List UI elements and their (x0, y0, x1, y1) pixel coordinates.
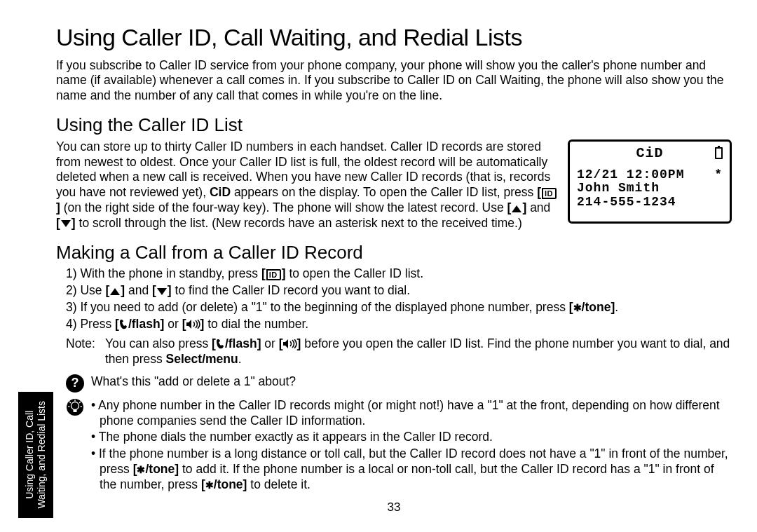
section-heading-caller-id-list: Using the Caller ID List (56, 114, 732, 137)
speaker-key-icon (283, 339, 297, 348)
section-heading-making-call: Making a Call from a Caller ID Record (56, 241, 732, 264)
step-1: 1) With the phone in standby, press [ID]… (66, 266, 732, 282)
star-icon (137, 462, 145, 476)
note-block: Note: You can also press [/flash] or [] … (56, 336, 732, 367)
note-label: Note: (66, 336, 105, 367)
section-tab: Using Caller ID, Call Waiting, and Redia… (18, 392, 53, 518)
cid-display-glyph: CiD (210, 185, 231, 199)
tip-bullet-3: If the phone number is a long distance o… (91, 446, 732, 493)
id-key-icon: ID (542, 188, 557, 199)
lcd-caller-name: John Smith (577, 182, 660, 196)
lightbulb-icon (66, 398, 84, 494)
lcd-caller-number: 214-555-1234 (577, 196, 676, 210)
talk-key-icon (119, 319, 128, 329)
lcd-asterisk: * (714, 168, 723, 182)
talk-key-icon (216, 339, 225, 349)
step-2: 2) Use [] and [] to find the Caller ID r… (66, 283, 732, 299)
down-arrow-icon (61, 220, 71, 227)
up-arrow-icon (512, 205, 521, 212)
tip-bullet-1: Any phone number in the Caller ID record… (91, 398, 732, 429)
page-title: Using Caller ID, Call Waiting, and Redia… (56, 22, 732, 53)
battery-icon (715, 147, 723, 159)
step-4: 4) Press [/flash] or [] to dial the numb… (66, 317, 732, 332)
svg-point-0 (67, 399, 83, 416)
steps-list: 1) With the phone in standby, press [ID]… (56, 266, 732, 332)
tip-bullets: Any phone number in the Caller ID record… (91, 398, 732, 494)
up-arrow-icon (110, 288, 120, 295)
lcd-date: 12/21 (577, 168, 618, 182)
question-icon: ? (66, 374, 84, 393)
info-question: What's this "add or delete a 1" about? (91, 374, 296, 393)
down-arrow-icon (157, 288, 167, 295)
page-number: 33 (56, 500, 732, 514)
intro-paragraph: If you subscribe to Caller ID service fr… (56, 58, 732, 104)
select-menu-key: Select/menu (166, 352, 238, 366)
lcd-time: 12:00PM (627, 168, 685, 182)
star-icon (573, 300, 582, 314)
lcd-screen-illustration: CiD 12/21 12:00PM * John Smith 214-555-1… (568, 139, 732, 224)
step-3: 3) If you need to add (or delete) a "1" … (66, 300, 732, 315)
section-tab-label: Using Caller ID, Call Waiting, and Redia… (24, 401, 48, 509)
lcd-title: CiD (585, 146, 715, 161)
star-icon (205, 477, 214, 491)
section1-body: You can store up to thirty Caller ID num… (56, 139, 558, 231)
svg-rect-2 (74, 409, 77, 412)
tip-bullet-2: The phone dials the number exactly as it… (91, 430, 732, 445)
speaker-key-icon (186, 320, 200, 329)
id-key-icon: ID (266, 269, 281, 280)
